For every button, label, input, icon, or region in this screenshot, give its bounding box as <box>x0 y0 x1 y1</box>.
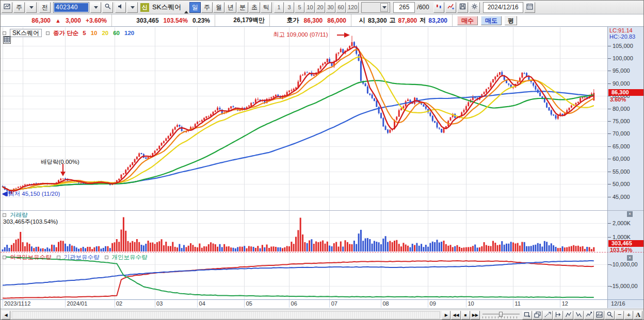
close-volume-panel-button[interactable]: × <box>627 211 633 217</box>
window-cascade-button[interactable] <box>533 311 542 319</box>
chart-scrollbar[interactable] <box>12 311 440 319</box>
close-ownership-panel-button[interactable]: × <box>627 255 633 261</box>
tab-minutes-5[interactable]: 5 <box>295 2 304 13</box>
scroll-left-button[interactable]: ◀ <box>2 311 10 319</box>
date-input[interactable]: 2024/12/16 <box>483 2 523 13</box>
zoom-in-button[interactable]: + <box>624 311 633 319</box>
scale-peak-icon <box>565 311 572 319</box>
chart-window-icon-button[interactable] <box>2 2 12 13</box>
ma-period-legend: 5102060120 <box>83 30 134 36</box>
tab-period-초[interactable]: 초 <box>249 2 260 13</box>
zoom-out-button[interactable]: − <box>615 311 624 319</box>
volume-legend-label[interactable]: 거래량 <box>10 212 28 218</box>
tab-minutes-10[interactable]: 10 <box>305 2 315 13</box>
open-label: 시 <box>359 16 365 25</box>
ma-period-60[interactable]: 60 <box>113 30 120 36</box>
avg-button[interactable]: 평 <box>505 16 517 25</box>
play-button[interactable]: ▶ <box>442 311 450 319</box>
tab-minutes-120[interactable]: 120 <box>346 2 359 13</box>
high-price: 87,800 <box>398 17 417 24</box>
tab-period-일[interactable]: 일 <box>189 2 201 13</box>
ma-period-5[interactable]: 5 <box>83 30 86 36</box>
stop-button[interactable]: ■ <box>461 311 470 319</box>
legend-checkbox-icon[interactable] <box>3 213 6 217</box>
tab-minutes-20[interactable]: 20 <box>315 2 325 13</box>
ma-period-20[interactable]: 20 <box>102 30 108 36</box>
magnifier-button[interactable] <box>605 311 615 319</box>
tab-minutes-3[interactable]: 3 <box>284 2 294 13</box>
chart-image-button[interactable] <box>594 311 604 319</box>
prev-stock-button[interactable]: 전 <box>39 2 51 13</box>
speed-slider[interactable] <box>482 311 520 319</box>
buy-button[interactable]: 매수 <box>457 16 478 25</box>
scale-trough-button[interactable] <box>574 311 584 319</box>
tab-period-주[interactable]: 주 <box>201 2 213 13</box>
tab-period-월[interactable]: 월 <box>213 2 224 13</box>
tab-period-분[interactable]: 분 <box>237 2 248 13</box>
tab-minutes-1[interactable]: 1 <box>274 2 284 13</box>
bar-count-input[interactable]: 265 <box>393 2 415 13</box>
line-tool-button[interactable] <box>445 2 456 13</box>
ownership-legend-label[interactable]: 기관보유수량 <box>64 254 100 260</box>
high-annotation: 최고 109,000 (07/11) <box>273 31 328 38</box>
search-button[interactable] <box>102 2 113 13</box>
settings-button[interactable] <box>469 2 480 13</box>
speaker-button[interactable] <box>115 2 126 13</box>
ownership-legend: 외국인보유수량기관보유수량개인보유수량 <box>3 254 151 260</box>
fast-forward-button[interactable]: ▶▶ <box>471 311 480 319</box>
price-axis-label: 45,000 <box>613 194 630 200</box>
price-change: 3,000 <box>66 17 81 24</box>
legend-checkbox-icon[interactable] <box>3 256 6 259</box>
scale-free-button[interactable] <box>584 311 594 319</box>
combo-dropdown-button[interactable] <box>380 3 388 12</box>
hoga-cell: 호가 86,300 86,000 <box>270 14 351 26</box>
price-axis-label: 70,000 <box>613 131 630 137</box>
low-label: 저 <box>420 16 426 25</box>
price-axis-label: 100,000 <box>613 56 633 61</box>
sell-button[interactable]: 매도 <box>481 16 502 25</box>
font-button[interactable]: A <box>634 311 642 319</box>
date-axis-label: 12 <box>24 301 30 307</box>
window-add-button[interactable] <box>522 311 532 319</box>
legend-checkbox-icon[interactable] <box>57 256 60 259</box>
period-combo-button[interactable]: 주 <box>13 2 25 13</box>
ma-5-line <box>3 47 594 191</box>
legend-checkbox-icon[interactable] <box>105 256 108 259</box>
stock-code-input[interactable]: 402340 <box>53 2 89 13</box>
ma-period-120[interactable]: 120 <box>124 30 134 36</box>
extra-period-combo[interactable] <box>361 2 390 13</box>
grid-table-icon <box>4 36 10 44</box>
ownership-legend-label[interactable]: 개인보유수량 <box>112 254 148 260</box>
tab-minutes-30[interactable]: 30 <box>326 2 335 13</box>
save-button[interactable] <box>457 2 468 13</box>
period-combo-dropdown[interactable] <box>26 2 37 13</box>
tab-period-년[interactable]: 년 <box>225 2 236 13</box>
code-dropdown-button[interactable] <box>90 2 101 13</box>
stock-chart-svg[interactable] <box>1 27 644 308</box>
up-arrow-icon: ▲ <box>55 18 61 24</box>
trend-line-button[interactable] <box>543 311 553 319</box>
ownership-lines-layer <box>3 257 594 298</box>
volume-bars-layer <box>2 217 595 251</box>
scale-left-button[interactable] <box>553 311 563 319</box>
scale-peak-button[interactable] <box>564 311 573 319</box>
ma-period-10[interactable]: 10 <box>91 30 98 36</box>
ownership-legend-label[interactable]: 외국인보유수량 <box>10 254 52 260</box>
date-axis-label: 10 <box>468 301 474 307</box>
tab-period-틱[interactable]: 틱 <box>261 2 272 13</box>
period-tab-group: 일주월년분초틱 <box>189 2 272 13</box>
legend-checkbox-icon[interactable] <box>3 31 6 35</box>
speaker-dropdown-button[interactable] <box>127 2 138 13</box>
hc-label: HC:-20.83 <box>609 34 635 40</box>
rewind-button[interactable]: ◀◀ <box>451 311 460 319</box>
ma-legend-label[interactable]: 종가 단순 <box>53 30 78 36</box>
low-annotation: ◀ 최저 45,150 (11/20) <box>2 191 60 197</box>
legend-checkbox-icon[interactable] <box>46 31 50 35</box>
legend-stock-name[interactable]: SK스퀘어 <box>10 29 42 37</box>
compare-chart-button[interactable] <box>433 2 444 13</box>
data-grid-button[interactable] <box>3 36 11 44</box>
calendar-button[interactable] <box>524 2 535 13</box>
hoga-label: 호가 <box>287 16 299 25</box>
tab-minutes-60[interactable]: 60 <box>336 2 346 13</box>
current-price-pct: 3.60% <box>610 97 626 103</box>
